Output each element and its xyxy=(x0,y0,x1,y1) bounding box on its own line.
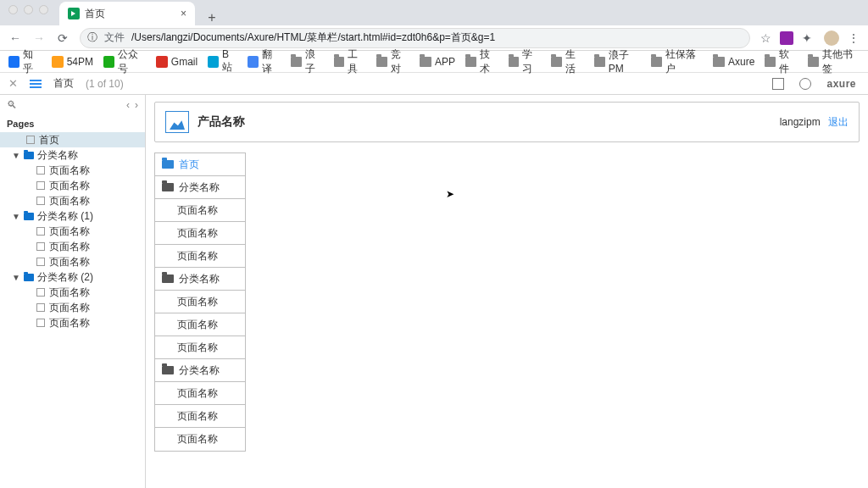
bookmark-item[interactable]: 知乎 xyxy=(8,47,42,76)
menu-label: 页面名称 xyxy=(177,341,218,355)
tree-folder[interactable]: ▼分类名称 (1) xyxy=(0,208,145,224)
forward-button[interactable]: → xyxy=(32,31,46,45)
back-button[interactable]: ← xyxy=(8,31,22,45)
notes-icon[interactable] xyxy=(772,78,784,90)
close-window-icon[interactable] xyxy=(8,5,18,14)
menu-label: 页面名称 xyxy=(177,432,218,446)
favicon-icon xyxy=(52,56,64,68)
bookmark-folder[interactable]: 浪子PM xyxy=(594,48,641,75)
close-panel-icon[interactable]: ✕ xyxy=(8,77,18,90)
menu-home[interactable]: 首页 xyxy=(155,153,245,176)
bookmark-folder[interactable]: 浪子 xyxy=(291,47,324,76)
menu-sub-item[interactable]: 页面名称 xyxy=(155,199,245,222)
minimize-window-icon[interactable] xyxy=(24,5,33,14)
sidebar-search-row: 🔍︎ ‹ › xyxy=(0,95,145,115)
page-tree: 首页▼分类名称页面名称页面名称页面名称▼分类名称 (1)页面名称页面名称页面名称… xyxy=(0,132,145,488)
tree-label: 分类名称 (1) xyxy=(37,209,93,224)
tree-page[interactable]: 页面名称 xyxy=(0,285,145,300)
tree-folder[interactable]: ▼分类名称 (2) xyxy=(0,269,145,285)
page-icon xyxy=(36,257,46,267)
tree-page[interactable]: 页面名称 xyxy=(0,163,145,178)
toolbar-position: (1 of 10) xyxy=(86,78,124,90)
tree-label: 页面名称 xyxy=(49,164,90,178)
tree-page[interactable]: 页面名称 xyxy=(0,315,145,330)
tree-page[interactable]: 页面名称 xyxy=(0,239,145,254)
menu-sub-item[interactable]: 页面名称 xyxy=(155,405,245,428)
bookmark-item[interactable]: 公众号 xyxy=(103,47,146,76)
menu-sub-item[interactable]: 页面名称 xyxy=(155,382,245,405)
maximize-window-icon[interactable] xyxy=(39,5,48,14)
bookmark-label: 软件 xyxy=(779,47,798,76)
extension-icon[interactable] xyxy=(780,31,793,45)
tab-favicon-icon xyxy=(68,8,80,19)
bookmark-label: 社保落户 xyxy=(665,47,703,76)
bookmark-folder[interactable]: 工具 xyxy=(334,47,367,76)
tree-page[interactable]: 页面名称 xyxy=(0,300,145,315)
prototype-canvas: 产品名称 langzipm 退出 首页分类名称页面名称页面名称页面名称分类名称页… xyxy=(146,95,868,488)
menu-label: 分类名称 xyxy=(179,363,220,378)
bookmark-star-icon[interactable]: ☆ xyxy=(760,31,771,45)
bookmark-folder[interactable]: 技术 xyxy=(465,47,498,76)
menu-sub-item[interactable]: 页面名称 xyxy=(155,245,245,268)
hotspot-icon[interactable] xyxy=(799,78,811,90)
bookmark-other[interactable]: 其他书签 xyxy=(808,47,860,76)
bookmark-folder[interactable]: Axure xyxy=(713,56,754,68)
reload-button[interactable]: ⟳ xyxy=(56,31,70,45)
bookmark-folder[interactable]: 竞对 xyxy=(376,47,409,76)
bookmark-item[interactable]: Gmail xyxy=(156,56,198,68)
tree-page[interactable]: 页面名称 xyxy=(0,193,145,208)
bookmark-item[interactable]: B站 xyxy=(208,48,237,75)
page-icon xyxy=(36,226,46,236)
folder-icon xyxy=(334,57,345,67)
tab-bar: 首页 × + xyxy=(0,0,868,25)
close-tab-icon[interactable]: × xyxy=(181,8,186,19)
browser-tab[interactable]: 首页 × xyxy=(59,2,195,25)
menu-category[interactable]: 分类名称 xyxy=(155,176,245,199)
bookmark-label: 其他书签 xyxy=(822,47,860,76)
tree-folder[interactable]: ▼分类名称 xyxy=(0,147,145,163)
menu-sub-item[interactable]: 页面名称 xyxy=(155,428,245,451)
menu-icon[interactable] xyxy=(30,80,42,88)
new-tab-button[interactable]: + xyxy=(202,10,222,25)
favicon-icon xyxy=(208,56,219,68)
menu-label: 页面名称 xyxy=(177,409,218,424)
menu-label: 页面名称 xyxy=(177,249,218,263)
menu-sub-item[interactable]: 页面名称 xyxy=(155,222,245,245)
tree-page[interactable]: 首页 xyxy=(0,132,145,147)
menu-category[interactable]: 分类名称 xyxy=(155,359,245,382)
bookmark-folder[interactable]: APP xyxy=(420,56,455,68)
bookmark-item[interactable]: 翻译 xyxy=(248,47,281,76)
bookmark-folder[interactable]: 学习 xyxy=(509,47,542,76)
menu-category[interactable]: 分类名称 xyxy=(155,268,245,291)
search-icon[interactable]: 🔍︎ xyxy=(7,99,17,111)
folder-icon xyxy=(551,57,562,67)
menu-sub-item[interactable]: 页面名称 xyxy=(155,336,245,359)
logout-link[interactable]: 退出 xyxy=(828,116,849,128)
url-input[interactable]: ⓘ 文件 /Users/langzi/Documents/Axure/HTML/… xyxy=(80,28,750,48)
favicon-icon xyxy=(103,56,114,68)
folder-icon xyxy=(651,57,662,67)
product-logo-icon xyxy=(165,111,189,133)
username: langzipm xyxy=(780,116,821,128)
tree-page[interactable]: 页面名称 xyxy=(0,254,145,269)
page-icon xyxy=(36,302,46,313)
bookmark-item[interactable]: 54PM xyxy=(52,56,93,68)
browser-menu-icon[interactable]: ⋮ xyxy=(848,31,860,45)
tree-page[interactable]: 页面名称 xyxy=(0,224,145,239)
toolbar-title: 首页 xyxy=(53,76,74,91)
profile-avatar[interactable] xyxy=(824,30,839,46)
tree-page[interactable]: 页面名称 xyxy=(0,178,145,193)
extensions-menu-icon[interactable]: ✦ xyxy=(802,31,815,45)
bookmark-folder[interactable]: 社保落户 xyxy=(651,47,703,76)
menu-sub-item[interactable]: 页面名称 xyxy=(155,291,245,313)
folder-icon xyxy=(24,150,34,160)
bookmark-folder[interactable]: 软件 xyxy=(765,47,798,76)
pages-sidebar: 🔍︎ ‹ › Pages 首页▼分类名称页面名称页面名称页面名称▼分类名称 (1… xyxy=(0,95,146,488)
menu-sub-item[interactable]: 页面名称 xyxy=(155,313,245,336)
bookmark-label: 工具 xyxy=(348,47,366,76)
prev-page-icon[interactable]: ‹ xyxy=(126,99,130,111)
window-controls xyxy=(0,0,57,19)
caret-down-icon: ▼ xyxy=(12,151,20,160)
bookmark-folder[interactable]: 生活 xyxy=(551,47,584,76)
next-page-icon[interactable]: › xyxy=(135,99,138,111)
